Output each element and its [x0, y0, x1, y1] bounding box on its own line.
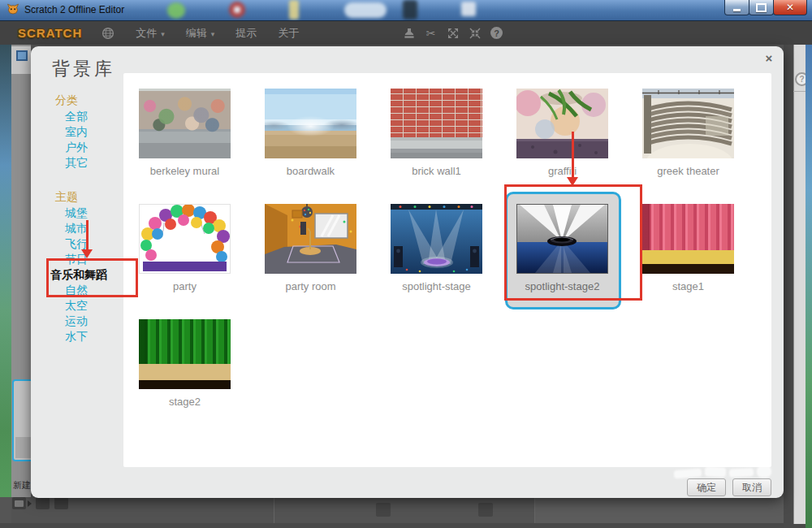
- sidebar-item-holiday[interactable]: 节日: [65, 252, 122, 267]
- paint-backdrop-icon[interactable]: [36, 497, 50, 509]
- sidebar-item-other[interactable]: 其它: [65, 155, 122, 171]
- scratch-cat-icon: [6, 3, 19, 16]
- backdrop-thumbnail: [642, 89, 734, 158]
- bottom-panel-mid: [274, 497, 534, 523]
- menu-file[interactable]: 文件: [136, 26, 165, 41]
- backdrop-thumbnail: [391, 204, 482, 274]
- desktop-blob: [403, 0, 417, 19]
- backdrop-thumbnail: [516, 89, 608, 158]
- editor-edge-right: [784, 45, 793, 528]
- menu-edit[interactable]: 编辑: [186, 26, 215, 41]
- panel-divider: [274, 497, 274, 523]
- bottom-panel-right: [535, 497, 784, 523]
- backdrop-item[interactable]: brick wall1: [374, 79, 499, 194]
- desktop-edge-left: [0, 45, 11, 528]
- backdrop-label: greek theater: [657, 165, 719, 177]
- sidebar-item-city[interactable]: 城市: [65, 221, 122, 236]
- new-backdrop-label: 新建: [13, 479, 31, 491]
- maximize-button[interactable]: [749, 0, 774, 15]
- minimize-icon: [733, 9, 741, 11]
- sidebar-item-indoors[interactable]: 室内: [65, 124, 122, 140]
- backdrop-item[interactable]: greek theater: [625, 79, 751, 194]
- menu-tips[interactable]: 提示: [235, 26, 257, 41]
- cancel-button[interactable]: 取消: [732, 478, 771, 496]
- backdrop-label: berkeley mural: [150, 165, 219, 177]
- backdrop-thumbnail: [139, 319, 231, 389]
- backdrop-label: party room: [285, 280, 335, 292]
- caret-icon: [28, 500, 32, 507]
- upload-backdrop-icon[interactable]: [54, 497, 68, 509]
- backdrop-item[interactable]: boardwalk: [248, 79, 374, 194]
- ok-button[interactable]: 确定: [687, 478, 726, 496]
- backdrop-thumbnail: [139, 204, 231, 274]
- language-globe-icon[interactable]: [102, 27, 114, 40]
- desktop-edge-right: [806, 45, 812, 528]
- sidebar-item-all[interactable]: 全部: [65, 109, 122, 124]
- stage-header: [11, 46, 31, 74]
- backdrop-thumbnail: [516, 204, 608, 274]
- sidebar-item-underwater[interactable]: 水下: [65, 329, 122, 344]
- sidebar-item-nature[interactable]: 自然: [65, 283, 122, 298]
- bottom-strip: [0, 523, 812, 528]
- help-panel-edge: [793, 45, 806, 524]
- dialog-close-button[interactable]: ×: [761, 50, 777, 66]
- backdrop-item[interactable]: spotlight-stage: [374, 194, 499, 309]
- palette-block: [478, 503, 493, 517]
- backdrop-label: graffiti: [548, 165, 577, 177]
- backdrop-thumbnail: [265, 89, 356, 158]
- desktop-blob: [289, 0, 299, 19]
- backdrop-thumbnail: [265, 204, 356, 274]
- close-button[interactable]: ✕: [773, 0, 807, 15]
- backdrop-item[interactable]: stage2: [122, 309, 248, 425]
- backdrop-label: stage2: [169, 396, 201, 408]
- sidebar-header-theme: 主题: [55, 190, 122, 202]
- sidebar-item-outdoors[interactable]: 户外: [65, 140, 122, 155]
- backdrop-item[interactable]: party: [122, 194, 248, 309]
- dialog-title: 背景库: [52, 57, 115, 81]
- palette-block: [376, 503, 391, 517]
- sidebar-item-flying[interactable]: 飞行: [65, 236, 122, 252]
- close-icon: ✕: [786, 2, 794, 13]
- grow-icon[interactable]: [446, 26, 460, 40]
- maximize-icon: [756, 3, 767, 12]
- backdrop-item[interactable]: party room: [248, 194, 374, 309]
- backdrop-label: spotlight-stage2: [525, 280, 600, 292]
- backdrop-thumb-footer: [15, 437, 31, 458]
- backdrop-item-selected[interactable]: spotlight-stage2: [499, 194, 625, 309]
- backdrop-label: brick wall1: [412, 165, 461, 177]
- backdrop-label: stage1: [672, 280, 704, 292]
- backdrop-label: boardwalk: [287, 165, 335, 177]
- sidebar-item-sports[interactable]: 运动: [65, 314, 122, 329]
- window-titlebar: Scratch 2 Offline Editor ✕: [0, 0, 812, 21]
- shrink-icon[interactable]: [468, 26, 482, 40]
- backdrop-item[interactable]: berkeley mural: [122, 79, 248, 194]
- sidebar-item-space[interactable]: 太空: [65, 298, 122, 314]
- backdrop-label: spotlight-stage: [402, 280, 471, 292]
- bottom-panel-left: [11, 497, 274, 523]
- panel-divider: [534, 497, 535, 523]
- new-backdrop-library-icon[interactable]: [12, 497, 26, 509]
- scratch-logo: SCRATCH: [18, 26, 82, 40]
- backdrop-label: party: [173, 280, 197, 292]
- backdrop-thumbnail: [642, 204, 734, 274]
- scripts-area-bottom: [0, 497, 812, 528]
- desktop-blob: [229, 2, 245, 18]
- backdrop-thumbnail: [139, 89, 231, 158]
- help-panel-divider: [793, 91, 806, 92]
- desktop-blob: [167, 2, 185, 19]
- scissors-icon[interactable]: ✂: [424, 26, 438, 40]
- menubar: SCRATCH 文件 编辑 提示 关于 ✂ ?: [0, 21, 812, 45]
- backdrop-library-dialog: 背景库 × 分类 全部 室内 户外 其它 主题 城堡 城市 飞行 节日 音乐和舞…: [31, 46, 784, 498]
- sidebar-header-category: 分类: [55, 93, 122, 106]
- backdrop-item[interactable]: graffiti: [499, 79, 625, 194]
- fullscreen-icon[interactable]: [16, 50, 28, 61]
- desktop-blob: [344, 2, 387, 18]
- minimize-button[interactable]: [724, 0, 749, 15]
- stamp-icon[interactable]: [402, 26, 416, 40]
- backdrop-item[interactable]: stage1: [625, 194, 751, 309]
- sidebar-item-music-and-dance[interactable]: 音乐和舞蹈: [50, 267, 122, 283]
- help-icon[interactable]: ?: [490, 26, 503, 40]
- backdrop-thumbnail: [391, 89, 482, 158]
- sidebar-item-castle[interactable]: 城堡: [65, 206, 122, 221]
- menu-about[interactable]: 关于: [278, 26, 299, 41]
